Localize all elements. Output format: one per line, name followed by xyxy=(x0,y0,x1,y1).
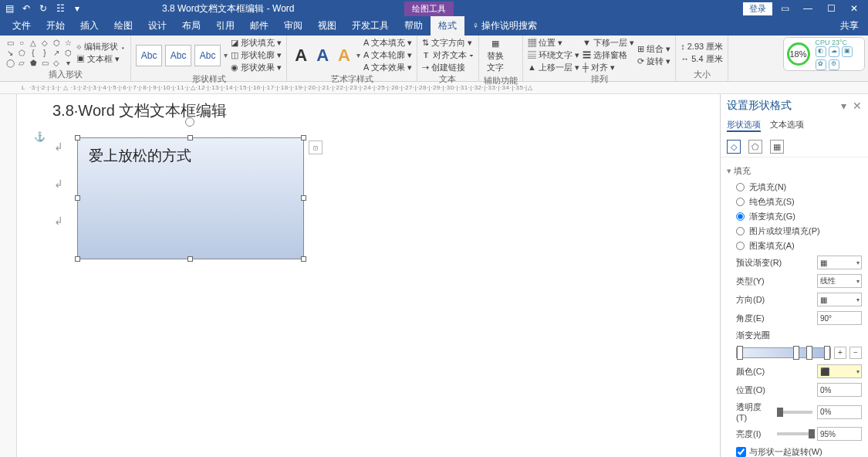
tab-file[interactable]: 文件 xyxy=(5,16,39,36)
wordart-more-icon[interactable]: ▾ xyxy=(356,51,360,59)
close-icon[interactable]: ✕ xyxy=(843,3,865,14)
alt-text-button[interactable]: ▦替换 文字 xyxy=(484,37,507,75)
document-canvas[interactable]: 3.8·Word 文档文本框编辑 ⚓ ↲↲↲ 爱上放松的方式 ⎅ xyxy=(17,94,720,457)
effects-icon[interactable]: ⬠ xyxy=(748,140,762,154)
resize-handle[interactable] xyxy=(75,135,80,140)
fill-section-header[interactable]: 填充 xyxy=(727,162,862,180)
transparency-input[interactable]: 0% xyxy=(817,405,862,419)
text-options-tab[interactable]: 文本选项 xyxy=(770,119,804,132)
tab-mailings[interactable]: 邮件 xyxy=(242,16,276,36)
gradient-stops-track[interactable] xyxy=(736,347,831,358)
selection-pane-button[interactable]: ☰ 选择窗格 xyxy=(583,49,634,61)
radio-gradient-fill[interactable]: 渐变填充(G) xyxy=(727,209,862,224)
shape-outline-button[interactable]: ◫ 形状轮廓 ▾ xyxy=(231,49,282,61)
tab-view[interactable]: 视图 xyxy=(310,16,344,36)
gradient-stop[interactable] xyxy=(793,346,799,360)
group-button[interactable]: ⊞ 组合 ▾ xyxy=(637,43,670,55)
share-button[interactable]: 共享 xyxy=(831,16,868,36)
minimize-icon[interactable]: — xyxy=(797,3,819,14)
save-icon[interactable]: ▤ xyxy=(3,3,15,14)
gradient-stop[interactable] xyxy=(824,346,830,360)
resize-handle[interactable] xyxy=(75,256,80,262)
shape-options-tab[interactable]: 形状选项 xyxy=(727,119,761,132)
selected-textbox[interactable]: 爱上放松的方式 xyxy=(77,137,304,259)
tab-insert[interactable]: 插入 xyxy=(73,16,106,36)
wordart-preset[interactable]: A xyxy=(335,46,353,66)
gradient-stop[interactable] xyxy=(806,346,812,360)
redo-icon[interactable]: ↻ xyxy=(37,3,49,14)
layout-props-icon[interactable]: ▦ xyxy=(770,140,784,154)
remove-stop-icon[interactable]: − xyxy=(849,347,862,359)
tell-me[interactable]: ♀ 操作说明搜索 xyxy=(464,16,545,36)
resize-handle[interactable] xyxy=(301,195,306,201)
radio-solid-fill[interactable]: 纯色填充(S) xyxy=(727,195,862,209)
angle-input[interactable]: 90° xyxy=(817,311,862,325)
radio-no-fill[interactable]: 无填充(N) xyxy=(727,180,862,195)
tab-design[interactable]: 设计 xyxy=(140,16,174,36)
text-fill-button[interactable]: A 文本填充 ▾ xyxy=(363,37,412,49)
tab-draw[interactable]: 绘图 xyxy=(106,16,140,36)
textbox-button[interactable]: ▣ 文本框 ▾ xyxy=(76,53,126,65)
type-dropdown[interactable]: 线性 xyxy=(817,274,862,288)
bring-forward-button[interactable]: ▲ 上移一层 ▾ xyxy=(528,62,579,73)
style-preset[interactable]: Abc xyxy=(165,45,191,66)
wordart-preset[interactable]: A xyxy=(313,46,332,66)
preset-gradient-dropdown[interactable]: ▦ xyxy=(817,256,862,269)
wordart-preset[interactable]: A xyxy=(292,46,310,66)
style-preset[interactable]: Abc xyxy=(194,45,221,66)
resize-handle[interactable] xyxy=(187,135,193,140)
login-button[interactable]: 登录 xyxy=(743,2,772,15)
height-input[interactable]: ↕ 2.93 厘米 xyxy=(681,41,723,52)
shape-effects-button[interactable]: ◉ 形状效果 ▾ xyxy=(231,62,282,73)
styles-more-icon[interactable]: ▾ xyxy=(224,51,228,59)
create-link-button[interactable]: ⇢ 创建链接 xyxy=(422,62,474,73)
gradient-stop[interactable] xyxy=(737,346,743,360)
tab-help[interactable]: 帮助 xyxy=(397,16,431,36)
tab-review[interactable]: 审阅 xyxy=(276,16,310,36)
ribbon-display-icon[interactable]: ▭ xyxy=(774,3,795,14)
brightness-input[interactable]: 95% xyxy=(817,427,862,441)
transparency-slider[interactable] xyxy=(777,411,813,414)
direction-dropdown[interactable]: ▦ xyxy=(817,293,862,306)
tab-references[interactable]: 引用 xyxy=(208,16,242,36)
text-outline-button[interactable]: A 文本轮廓 ▾ xyxy=(363,49,412,61)
layout-options-icon[interactable]: ⎅ xyxy=(309,140,323,154)
style-preset[interactable]: Abc xyxy=(136,45,162,66)
radio-picture-fill[interactable]: 图片或纹理填充(P) xyxy=(727,224,862,239)
resize-handle[interactable] xyxy=(75,195,80,201)
shape-fill-button[interactable]: ◪ 形状填充 ▾ xyxy=(231,37,282,49)
send-back-button[interactable]: ▼ 下移一层 ▾ xyxy=(583,37,634,49)
rotate-with-shape-checkbox[interactable]: 与形状一起旋转(W) xyxy=(727,443,862,457)
touch-icon[interactable]: ☷ xyxy=(54,3,66,14)
align-button[interactable]: ╪ 对齐 ▾ xyxy=(583,62,634,73)
text-direction-button[interactable]: ⇅ 文字方向 ▾ xyxy=(422,37,474,49)
position-button[interactable]: ▦ 位置 ▾ xyxy=(528,37,579,49)
add-stop-icon[interactable]: + xyxy=(834,347,846,359)
edit-shape-button[interactable]: ⟐ 编辑形状 ▾ xyxy=(76,41,126,52)
qat-more-icon[interactable]: ▾ xyxy=(71,3,83,14)
tab-format[interactable]: 格式 xyxy=(431,16,464,36)
rotate-handle[interactable] xyxy=(185,117,194,127)
align-text-button[interactable]: ⫪ 对齐文本 ▾ xyxy=(422,49,474,61)
tab-home[interactable]: 开始 xyxy=(39,16,73,36)
fill-line-icon[interactable]: ◇ xyxy=(727,140,741,154)
position-input[interactable]: 0% xyxy=(817,383,862,397)
rotate-button[interactable]: ⟳ 旋转 ▾ xyxy=(637,56,670,67)
undo-icon[interactable]: ↶ xyxy=(20,3,32,14)
resize-handle[interactable] xyxy=(301,135,306,140)
system-monitor-overlay[interactable]: 18% CPU 23°C ◐☁▣✿⚙ xyxy=(783,37,865,71)
tab-developer[interactable]: 开发工具 xyxy=(344,16,397,36)
wrap-text-button[interactable]: ▤ 环绕文字 ▾ xyxy=(528,49,579,61)
resize-handle[interactable] xyxy=(301,256,306,262)
resize-handle[interactable] xyxy=(187,256,193,262)
color-dropdown[interactable]: ⬛ xyxy=(817,364,862,378)
maximize-icon[interactable]: ☐ xyxy=(820,3,842,14)
textbox-content[interactable]: 爱上放松的方式 xyxy=(78,138,303,174)
text-effects-button[interactable]: A 文本效果 ▾ xyxy=(363,62,412,73)
pane-dropdown-icon[interactable]: ▾ xyxy=(841,100,846,112)
horizontal-ruler[interactable]: L ·3·|·2·|·1·|· △ ·1·|·2·|·3·|·4·|·5·|·6… xyxy=(0,82,868,94)
pane-close-icon[interactable]: ✕ xyxy=(853,100,862,112)
tab-layout[interactable]: 布局 xyxy=(174,16,208,36)
shapes-gallery[interactable]: ▭○△◇⬡☆ ↘⬠{}↗⬡ ◯▱⬟▭◇▾ xyxy=(5,39,73,68)
radio-pattern-fill[interactable]: 图案填充(A) xyxy=(727,239,862,253)
